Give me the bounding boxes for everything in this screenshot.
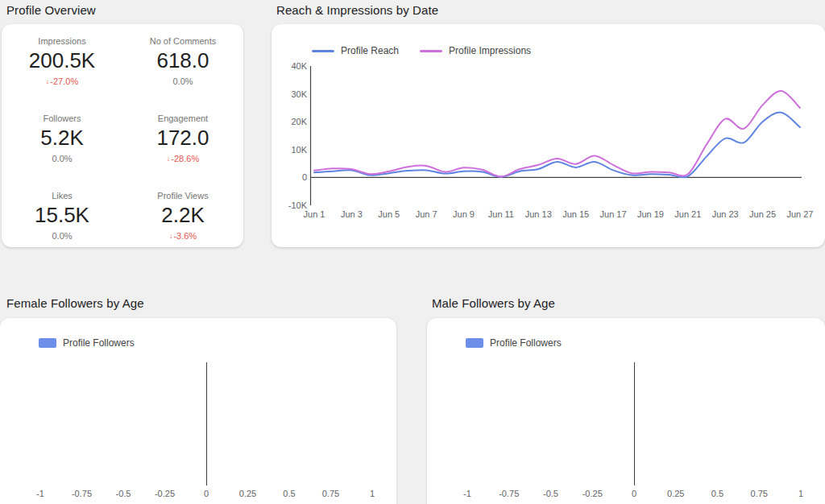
kpi-value: 172.0 — [156, 125, 209, 151]
legend-swatch — [466, 338, 483, 348]
legend-item-profile-followers: Profile Followers — [39, 337, 135, 349]
series-line-profile-impressions — [314, 91, 800, 176]
kpi-label: Likes — [52, 190, 73, 201]
kpi-value: 618.0 — [156, 48, 209, 73]
kpi-label: Profile Views — [157, 190, 208, 201]
kpi-followers: Followers5.2K0.0% — [2, 113, 122, 190]
kpi-label: Impressions — [38, 35, 85, 47]
kpi-change: ↓-27.0% — [46, 76, 78, 87]
legend-item-profile-followers: Profile Followers — [466, 337, 562, 349]
female-legend: Profile Followers — [39, 337, 135, 349]
down-arrow-icon: ↓ — [46, 77, 50, 85]
profile-overview-card: Impressions200.5K↓-27.0%No of Comments61… — [2, 24, 243, 247]
series-line-profile-reach — [314, 113, 800, 178]
dashboard-canvas: Profile Overview Reach & Impressions by … — [0, 0, 825, 504]
legend-label: Profile Followers — [63, 337, 135, 349]
down-arrow-icon: ↓ — [167, 155, 171, 163]
kpi-value: 15.5K — [35, 202, 89, 228]
profile-overview-title: Profile Overview — [6, 3, 96, 17]
female-zero-axis — [206, 362, 207, 485]
kpi-change: 0.0% — [172, 76, 193, 87]
kpi-value: 200.5K — [29, 48, 95, 73]
x-axis-tick: 1 — [348, 489, 396, 499]
kpi-change: 0.0% — [52, 153, 72, 164]
kpi-no-of-comments: No of Comments618.00.0% — [122, 35, 243, 113]
male-legend: Profile Followers — [466, 337, 562, 349]
legend-swatch — [39, 338, 56, 348]
kpi-change: 0.0% — [52, 230, 72, 242]
legend-label: Profile Followers — [490, 337, 562, 349]
kpi-change: ↓-28.6% — [167, 153, 199, 164]
kpi-change: ↓-3.6% — [169, 230, 197, 242]
kpi-profile-views: Profile Views2.2K↓-3.6% — [122, 190, 243, 267]
down-arrow-icon: ↓ — [169, 232, 173, 240]
kpi-label: Followers — [43, 113, 81, 124]
male-followers-card: Profile Followers -1-0.75-0.5-0.2500.250… — [427, 318, 825, 504]
male-zero-axis — [634, 362, 635, 485]
kpi-value: 2.2K — [161, 202, 205, 228]
x-axis-tick: 1 — [777, 489, 825, 499]
kpi-likes: Likes15.5K0.0% — [2, 190, 122, 267]
kpi-label: Engagement — [158, 113, 208, 124]
reach-impressions-title: Reach & Impressions by Date — [276, 3, 438, 17]
kpi-engagement: Engagement172.0↓-28.6% — [122, 113, 243, 190]
reach-impressions-card: Profile ReachProfile Impressions 40K30K2… — [272, 24, 825, 247]
kpi-grid: Impressions200.5K↓-27.0%No of Comments61… — [2, 35, 243, 267]
reach-impressions-chart[interactable] — [272, 24, 825, 247]
kpi-impressions: Impressions200.5K↓-27.0% — [2, 35, 122, 113]
kpi-label: No of Comments — [150, 35, 217, 47]
female-followers-card: Profile Followers -1-0.75-0.5-0.2500.250… — [0, 318, 396, 504]
female-followers-title: Female Followers by Age — [6, 296, 144, 310]
male-followers-title: Male Followers by Age — [432, 296, 555, 310]
kpi-value: 5.2K — [40, 125, 84, 151]
